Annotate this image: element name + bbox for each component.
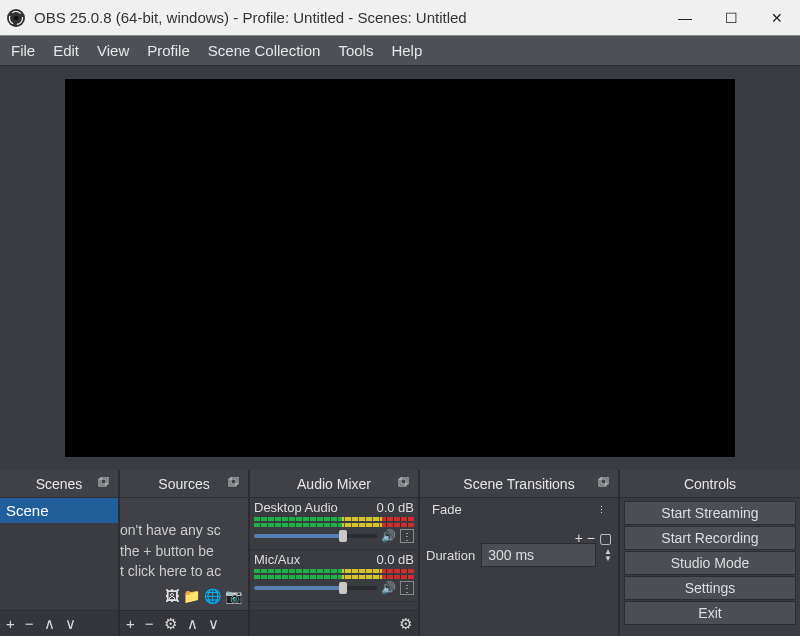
transitions-header: Scene Transitions — [420, 470, 618, 498]
menu-help[interactable]: Help — [382, 38, 431, 63]
sources-properties-button[interactable]: ⚙ — [164, 615, 177, 633]
controls-body: Start Streaming Start Recording Studio M… — [620, 498, 800, 636]
obs-logo-icon — [6, 8, 26, 28]
window-minimize-button[interactable]: — — [662, 0, 708, 36]
folder-icon: 📁 — [183, 586, 200, 606]
transition-current: Fade — [432, 502, 462, 517]
mixer-body: Desktop Audio 0.0 dB 🔊 ⋮ Mic/Aux 0.0 dB — [250, 498, 418, 610]
sources-remove-button[interactable]: − — [145, 615, 154, 632]
svg-rect-9 — [599, 479, 606, 486]
sources-title: Sources — [158, 476, 209, 492]
channel-level: 0.0 dB — [376, 552, 414, 567]
svg-rect-4 — [101, 477, 108, 484]
transition-select[interactable]: Fade ⋮ — [426, 502, 612, 517]
scenes-remove-button[interactable]: − — [25, 615, 34, 632]
dropdown-icon: ⋮ — [597, 505, 606, 515]
svg-rect-3 — [99, 479, 106, 486]
transitions-title: Scene Transitions — [463, 476, 574, 492]
transitions-body: Fade ⋮ + − ▢ Duration 300 ms ▲ ▼ — [420, 498, 618, 636]
start-recording-button[interactable]: Start Recording — [624, 526, 796, 550]
volume-slider[interactable] — [254, 534, 377, 538]
mixer-title: Audio Mixer — [297, 476, 371, 492]
spin-down-icon[interactable]: ▼ — [604, 555, 612, 562]
svg-rect-7 — [399, 479, 406, 486]
menu-scene-collection[interactable]: Scene Collection — [199, 38, 330, 63]
scenes-list[interactable]: Scene — [0, 498, 118, 610]
sources-type-icons: 🖼 📁 🌐 📷 — [165, 586, 242, 606]
sources-toolbar: + − ⚙ ∧ ∨ — [120, 610, 248, 636]
sources-popout-icon[interactable] — [224, 474, 242, 492]
scenes-dock: Scenes Scene + − ∧ ∨ — [0, 470, 120, 636]
transition-remove-button[interactable]: − — [587, 530, 595, 546]
scenes-move-down-button[interactable]: ∨ — [65, 615, 76, 633]
duration-input[interactable]: 300 ms — [481, 543, 596, 567]
mute-button[interactable]: 🔊 — [381, 581, 396, 595]
sources-header: Sources — [120, 470, 248, 498]
duration-spinner[interactable]: ▲ ▼ — [604, 548, 612, 562]
sources-move-down-button[interactable]: ∨ — [208, 615, 219, 633]
scenes-popout-icon[interactable] — [94, 474, 112, 492]
window-close-button[interactable]: ✕ — [754, 0, 800, 36]
menu-bar: File Edit View Profile Scene Collection … — [0, 36, 800, 66]
menu-tools[interactable]: Tools — [329, 38, 382, 63]
mute-button[interactable]: 🔊 — [381, 529, 396, 543]
mixer-toolbar: ⚙ — [250, 610, 418, 636]
dock-row: Scenes Scene + − ∧ ∨ Sources on't have a… — [0, 470, 800, 636]
menu-file[interactable]: File — [2, 38, 44, 63]
menu-edit[interactable]: Edit — [44, 38, 88, 63]
audio-mixer-dock: Audio Mixer Desktop Audio 0.0 dB 🔊 ⋮ — [250, 470, 420, 636]
preview-area — [0, 66, 800, 470]
window-title: OBS 25.0.8 (64-bit, windows) - Profile: … — [34, 9, 467, 26]
title-bar: OBS 25.0.8 (64-bit, windows) - Profile: … — [0, 0, 800, 36]
globe-icon: 🌐 — [204, 586, 221, 606]
audio-meter — [254, 569, 414, 573]
transitions-popout-icon[interactable] — [594, 474, 612, 492]
mixer-channel: Desktop Audio 0.0 dB 🔊 ⋮ — [250, 498, 418, 550]
scene-item[interactable]: Scene — [0, 498, 118, 523]
transition-add-button[interactable]: + — [575, 530, 583, 546]
sources-list[interactable]: on't have any sc the + button be t click… — [120, 498, 248, 610]
scenes-add-button[interactable]: + — [6, 615, 15, 632]
transition-properties-button[interactable]: ▢ — [599, 530, 612, 546]
sources-move-up-button[interactable]: ∧ — [187, 615, 198, 633]
channel-options-button[interactable]: ⋮ — [400, 529, 414, 543]
controls-dock: Controls Start Streaming Start Recording… — [620, 470, 800, 636]
sources-dock: Sources on't have any sc the + button be… — [120, 470, 250, 636]
studio-mode-button[interactable]: Studio Mode — [624, 551, 796, 575]
transitions-dock: Scene Transitions Fade ⋮ + − ▢ Duration … — [420, 470, 620, 636]
controls-header: Controls — [620, 470, 800, 498]
mixer-settings-button[interactable]: ⚙ — [399, 615, 412, 633]
menu-view[interactable]: View — [88, 38, 138, 63]
window-maximize-button[interactable]: ☐ — [708, 0, 754, 36]
controls-title: Controls — [684, 476, 736, 492]
channel-level: 0.0 dB — [376, 500, 414, 515]
audio-meter — [254, 575, 414, 579]
duration-label: Duration — [426, 548, 475, 563]
svg-point-2 — [14, 15, 19, 20]
scenes-move-up-button[interactable]: ∧ — [44, 615, 55, 633]
sources-placeholder: on't have any sc the + button be t click… — [120, 520, 244, 581]
preview-canvas[interactable] — [65, 79, 735, 457]
camera-icon: 📷 — [225, 586, 242, 606]
audio-meter — [254, 523, 414, 527]
settings-button[interactable]: Settings — [624, 576, 796, 600]
sources-add-button[interactable]: + — [126, 615, 135, 632]
scenes-header: Scenes — [0, 470, 118, 498]
channel-name: Desktop Audio — [254, 500, 338, 515]
scenes-toolbar: + − ∧ ∨ — [0, 610, 118, 636]
mixer-popout-icon[interactable] — [394, 474, 412, 492]
image-icon: 🖼 — [165, 586, 179, 606]
svg-rect-6 — [231, 477, 238, 484]
mixer-channel: Mic/Aux 0.0 dB 🔊 ⋮ — [250, 550, 418, 602]
scenes-title: Scenes — [36, 476, 83, 492]
channel-name: Mic/Aux — [254, 552, 300, 567]
svg-rect-5 — [229, 479, 236, 486]
channel-options-button[interactable]: ⋮ — [400, 581, 414, 595]
menu-profile[interactable]: Profile — [138, 38, 199, 63]
volume-slider[interactable] — [254, 586, 377, 590]
duration-value: 300 ms — [488, 547, 534, 563]
svg-rect-8 — [401, 477, 408, 484]
audio-meter — [254, 517, 414, 521]
start-streaming-button[interactable]: Start Streaming — [624, 501, 796, 525]
exit-button[interactable]: Exit — [624, 601, 796, 625]
